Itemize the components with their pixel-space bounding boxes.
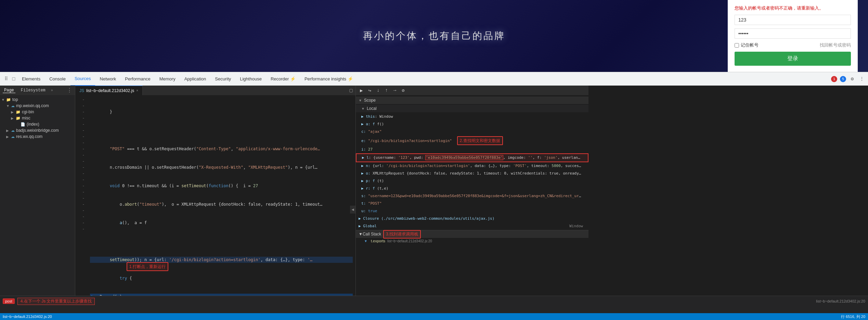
scope-item-global[interactable]: ▶ GlobalWindow [356,222,588,230]
code-content[interactable]: } "POST" === t && o.setRequestHeader("Co… [87,95,355,316]
login-error-message: 您输入的帐号或者密码不正确，请重新输入。 [735,5,851,11]
editor-collapse-right[interactable]: ◀ [350,206,355,214]
tab-application[interactable]: Application [180,72,210,86]
code-line-8 [90,238,353,244]
tab-security[interactable]: Security [211,72,235,86]
devtools-icon-2[interactable]: □ [10,76,17,82]
bottom-right-info: list~b~default.212d3402.js:20 [816,299,865,303]
devtools-main: Page Filesystem » ⋮ ▼ 📁 top ▼ ☁ mp.weixi… [0,86,868,320]
local-title: Local [367,106,377,111]
settings-icon[interactable]: ⚙ [849,76,856,82]
post-annotation-bar: post 4.在下一个 Js 文件里重复以上步骤查找 list~b~defaul… [0,296,868,306]
annotation-4: 4.在下一个 Js 文件里重复以上步骤查找 [17,298,95,305]
tab-performance[interactable]: Performance [121,72,154,86]
scope-arrow: ▼ [359,99,362,102]
scope-item-closure[interactable]: ▶ Closure (./src/mmbizweb-web2-common/mo… [356,215,588,222]
status-line-col: 行 6516, 列 20 [841,314,865,319]
call-stack-title: Call Stack [363,232,381,236]
local-header[interactable]: ▼ Local [356,105,588,112]
code-line-3: "POST" === t && o.setRequestHeader("Cont… [90,146,353,152]
sidebar-tab-page[interactable]: Page [3,88,15,93]
tree-item-index[interactable]: 📄 (index) [0,121,75,127]
tree-label-misc: misc [22,116,30,120]
editor-collapse-btn[interactable]: ▢ [347,87,355,94]
tab-sources[interactable]: Sources [70,72,95,86]
bottom-area: post 4.在下一个 Js 文件里重复以上步骤查找 list~b~defaul… [0,302,868,320]
login-panel: 您输入的帐号或者密码不正确，请重新输入。 记住帐号 找回帐号或密码 登录 [728,0,858,72]
tree-label-mp: mp.weixin.qq.com [16,103,49,108]
login-button[interactable]: 登录 [735,52,851,66]
tab-elements[interactable]: Elements [18,72,44,86]
scope-item-s[interactable]: s: "username=123&pwd=e10adc3949ba59abbe5… [356,192,588,200]
code-line-6: o.abort("timeout"), o = XMLHttpRequest {… [90,201,353,207]
code-line-1: } [90,109,353,115]
tree-item-cgibin[interactable]: ▶ 📁 cgi-bin [0,109,75,115]
folder-icon-res: ☁ [11,135,15,139]
tab-close-btn[interactable]: × [136,89,138,92]
scope-item-t[interactable]: t: "POST" [356,200,588,207]
login-password-input[interactable] [735,28,851,39]
tree-item-badjs[interactable]: ▶ ☁ badjs.weixinbridge.com [0,127,75,133]
debug-stepout-btn[interactable]: ↑ [384,87,389,94]
debug-deactivate-btn[interactable]: ⊘ [400,87,406,94]
tree-label-cgibin: cgi-bin [22,110,34,114]
scope-item-e[interactable]: e: "/cgi-bin/bizlogin?action=startlogin"… [356,136,588,146]
webpage-tagline: 再小的个体，也有自己的品牌 [363,29,505,42]
sidebar-chevron[interactable]: » [51,89,53,92]
scope-panel: ▼ Scope ▼ Local ▶ this: Window ▶ a: f f(… [356,95,588,320]
annotation-3: 3.找到请求调用栈 [383,230,421,239]
debug-stepover-btn[interactable]: ↪ [367,87,372,94]
scope-item-p[interactable]: ▶ p: f (t) [356,177,588,185]
code-line-2 [90,127,353,133]
scope-header[interactable]: ▼ Scope [356,97,588,104]
scope-item-n[interactable]: ▶ n: {url: '/cgi-bin/bizlogin?action=sta… [356,162,588,170]
devtools-icon-1[interactable]: ⠿ [3,76,10,82]
scope-item-o[interactable]: ▶ o: XMLHttpRequest {donotHock: false, r… [356,170,588,177]
login-username-input[interactable] [735,15,851,25]
debug-step-btn[interactable]: → [392,87,398,94]
tree-item-mp[interactable]: ▼ ☁ mp.weixin.qq.com [0,103,75,109]
sidebar-tab-filesystem[interactable]: Filesystem [20,88,47,93]
scope-item-u[interactable]: u: true [356,207,588,215]
active-file-name: list~b~default.212d3402.js [86,88,134,93]
call-stack-section: ▼ Call Stack 3.找到请求调用栈 ▼ t.exports list~… [356,230,588,244]
warning-badge: 5 [840,76,846,82]
right-panel: ▶ ↪ ↓ ↑ → ⊘ ▼ Scope ▼ Local ▶ this: Wind… [356,86,588,320]
call-stack-arrow: ▼ [359,232,363,236]
scope-item-l[interactable]: ▶ l: {username: '123', pwd: 'e10adc3949b… [356,153,588,162]
debug-resume-btn[interactable]: ▶ [359,87,364,94]
more-icon[interactable]: ⋮ [858,76,865,82]
scope-item-c[interactable]: c: "ajax" [356,128,588,136]
tab-lighthouse[interactable]: Lighthouse [236,72,266,86]
call-stack-item-texports[interactable]: ▼ t.exports list~b~default.212d3402.js:2… [356,238,588,244]
editor-area: JS list~b~default.212d3402.js × ▢ - - - … [75,86,356,320]
tab-console[interactable]: Console [45,72,70,86]
tree-item-misc[interactable]: ▶ 📁 misc [0,115,75,121]
folder-icon-misc: 📁 [16,116,21,120]
file-tree: ▼ 📁 top ▼ ☁ mp.weixin.qq.com ▶ 📁 cgi-bin [0,95,75,320]
debug-stepinto-btn[interactable]: ↓ [375,87,381,94]
remember-checkbox[interactable] [735,43,739,48]
tab-perf-insights[interactable]: Performance insights ⚡ [300,72,357,86]
folder-icon-badjs: ☁ [11,128,15,133]
tree-label-top: top [12,97,18,102]
tree-item-res[interactable]: ▶ ☁ res.wx.qq.com [0,133,75,140]
scope-item-this[interactable]: ▶ this: Window [356,113,588,120]
tab-recorder[interactable]: Recorder ⚡ [267,72,300,86]
scope-item-r[interactable]: ▶ r: f (t,e) [356,185,588,192]
tree-label-index: (index) [27,122,39,127]
folder-icon-top: 📁 [6,98,11,102]
cs-texports-name: t.exports [371,239,385,243]
tree-item-top[interactable]: ▼ 📁 top [0,97,75,103]
tab-network[interactable]: Network [96,72,120,86]
call-stack-header[interactable]: ▼ Call Stack 3.找到请求调用栈 [356,230,588,238]
scope-item-a[interactable]: ▶ a: f f() [356,120,588,128]
sidebar-menu[interactable]: ⋮ [67,87,72,94]
forgot-link[interactable]: 找回帐号或密码 [820,42,851,48]
tab-memory[interactable]: Memory [155,72,180,86]
folder-icon-cgibin: 📁 [16,110,21,114]
remember-label: 记住帐号 [741,42,759,48]
debug-toolbar: ▶ ↪ ↓ ↑ → ⊘ [356,86,588,95]
editor-tab-active[interactable]: JS list~b~default.212d3402.js × [75,86,143,95]
scope-item-i[interactable]: i: 27 [356,146,588,153]
